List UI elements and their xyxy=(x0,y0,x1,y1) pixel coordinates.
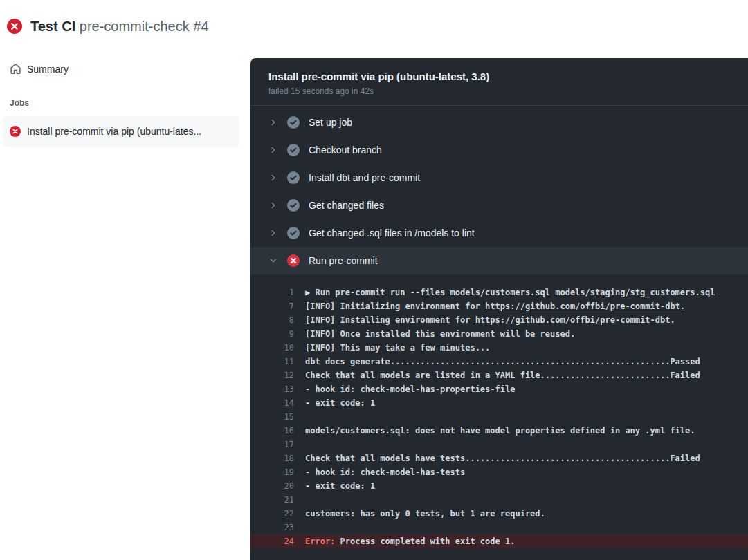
run-title: pre-commit-check #4 xyxy=(80,19,209,34)
log-line: 13 - hook id: check-model-has-properties… xyxy=(250,382,748,396)
run-header: Test CI pre-commit-check #4 xyxy=(0,0,250,52)
log-line-text: dbt docs generate.......................… xyxy=(294,355,748,368)
log-line: 19 - hook id: check-model-has-tests xyxy=(250,465,748,479)
log-line-text: [INFO] Installing environment for https:… xyxy=(294,313,748,327)
log-line-text: - exit code: 1 xyxy=(294,396,748,410)
log-line-number[interactable]: 14 xyxy=(250,396,294,410)
log-line-number[interactable]: 16 xyxy=(250,424,294,438)
step-label: Run pre-commit xyxy=(309,255,378,266)
log-line-text: - hook id: check-model-has-tests xyxy=(294,465,748,479)
log-line-text xyxy=(294,410,748,424)
log-line-number[interactable]: 20 xyxy=(250,479,294,493)
log-text-segment: Check that all models have tests........… xyxy=(305,454,700,463)
log-line: 8 [INFO] Installing environment for http… xyxy=(250,313,748,327)
log-line-text: [INFO] Once installed this environment w… xyxy=(294,327,748,341)
log-line-number[interactable]: 11 xyxy=(250,355,294,368)
log-text-segment: ▶ Run pre-commit run --files models/cust… xyxy=(305,288,715,297)
job-title: Install pre-commit via pip (ubuntu-lates… xyxy=(268,70,730,84)
step-row[interactable]: Get changed files xyxy=(250,192,748,219)
check-circle-icon xyxy=(287,116,300,129)
log-line-number[interactable]: 21 xyxy=(250,493,294,507)
log-line-text: ▶ Run pre-commit run --files models/cust… xyxy=(294,286,748,299)
log-text-segment: Process completed with exit code 1. xyxy=(340,536,516,546)
log-line-number[interactable]: 1 xyxy=(250,286,294,299)
log-text-segment: - exit code: 1 xyxy=(305,398,375,408)
check-circle-icon xyxy=(287,199,300,212)
log-line-text: Check that all models are listed in a YA… xyxy=(294,368,748,382)
log-line-text: - exit code: 1 xyxy=(294,479,748,493)
log-text-segment: - exit code: 1 xyxy=(305,481,375,491)
log-error-label: Error: xyxy=(305,536,340,546)
log-link[interactable]: https://github.com/offbi/pre-commit-dbt. xyxy=(475,315,675,325)
log-line: 10 [INFO] This may take a few minutes... xyxy=(250,341,748,355)
steps-list: Set up job Checkout branch xyxy=(250,106,748,274)
log-text-segment: dbt docs generate.......................… xyxy=(305,357,700,366)
log-line-text: models/customers.sql: does not have mode… xyxy=(294,424,748,438)
chevron-right-icon xyxy=(268,118,278,127)
log-text-segment: - hook id: check-model-has-tests xyxy=(305,467,465,477)
log-line-text: [INFO] This may take a few minutes... xyxy=(294,341,748,355)
log-line-text: [INFO] Initializing environment for http… xyxy=(294,299,748,313)
log-line-text xyxy=(294,438,748,451)
sidebar-item-summary[interactable]: Summary xyxy=(0,57,250,80)
log-line: 11 dbt docs generate....................… xyxy=(250,355,748,368)
log-line-text xyxy=(294,493,748,507)
log-line: 9 [INFO] Once installed this environment… xyxy=(250,327,748,341)
log-line: 1 ▶ Run pre-commit run --files models/cu… xyxy=(250,286,748,299)
log-line: 18 Check that all models have tests.....… xyxy=(250,451,748,465)
log-line-number[interactable]: 9 xyxy=(250,327,294,341)
log-line-text: - hook id: check-model-has-properties-fi… xyxy=(294,382,748,396)
log-line-text: Check that all models have tests........… xyxy=(294,451,748,465)
log-line-number[interactable]: 19 xyxy=(250,465,294,479)
log-text-segment: models/customers.sql: does not have mode… xyxy=(305,426,695,436)
log-line-text xyxy=(294,521,748,534)
log-text-segment: [INFO] Initializing environment for xyxy=(305,301,485,311)
log-lines: 1 ▶ Run pre-commit run --files models/cu… xyxy=(250,274,748,548)
step-row[interactable]: Run pre-commit xyxy=(250,247,748,274)
job-label: Install pre-commit via pip (ubuntu-lates… xyxy=(27,126,201,137)
job-log-panel: Install pre-commit via pip (ubuntu-lates… xyxy=(250,58,748,560)
log-text-segment: [INFO] This may take a few minutes... xyxy=(305,343,490,353)
step-row[interactable]: Get changed .sql files in /models to lin… xyxy=(250,219,748,247)
chevron-right-icon xyxy=(268,145,278,155)
step-row[interactable]: Install dbt and pre-commit xyxy=(250,164,748,192)
x-circle-icon xyxy=(10,126,21,137)
log-link[interactable]: https://github.com/offbi/pre-commit-dbt. xyxy=(485,301,685,311)
step-row[interactable]: Checkout branch xyxy=(250,136,748,164)
log-line-number[interactable]: 8 xyxy=(250,313,294,327)
log-line: 12 Check that all models are listed in a… xyxy=(250,368,748,382)
log-line-text: Error: Process completed with exit code … xyxy=(294,534,748,548)
chevron-right-icon xyxy=(268,228,278,238)
check-circle-icon xyxy=(287,144,300,156)
log-text-segment: - hook id: check-model-has-properties-fi… xyxy=(305,384,515,394)
log-text-segment: customers: has only 0 tests, but 1 are r… xyxy=(305,509,545,519)
log-line-number[interactable]: 10 xyxy=(250,341,294,355)
step-label: Get changed .sql files in /models to lin… xyxy=(309,227,475,239)
log-line-number[interactable]: 22 xyxy=(250,507,294,521)
job-status-summary: failed 15 seconds ago in 42s xyxy=(268,86,730,96)
log-line-number[interactable]: 23 xyxy=(250,521,294,534)
sidebar: Summary Jobs Install pre-commit via pip … xyxy=(0,52,250,560)
log-line-number[interactable]: 15 xyxy=(250,410,294,424)
log-line: 22 customers: has only 0 tests, but 1 ar… xyxy=(250,507,748,521)
page-title: Test CI pre-commit-check #4 xyxy=(30,18,208,35)
log-line-number[interactable]: 18 xyxy=(250,451,294,465)
log-line-number[interactable]: 17 xyxy=(250,438,294,451)
log-line-number[interactable]: 7 xyxy=(250,299,294,313)
log-line-number[interactable]: 24 xyxy=(250,534,294,548)
step-row[interactable]: Set up job xyxy=(250,109,748,136)
step-label: Set up job xyxy=(309,117,352,128)
log-line: 14 - exit code: 1 xyxy=(250,396,748,410)
sidebar-job-item[interactable]: Install pre-commit via pip (ubuntu-lates… xyxy=(3,116,239,147)
log-line: 21 xyxy=(250,493,748,507)
summary-label: Summary xyxy=(27,64,69,75)
log-line-number[interactable]: 13 xyxy=(250,382,294,396)
log-line-number[interactable]: 12 xyxy=(250,368,294,382)
log-line: 23 xyxy=(250,521,748,534)
log-line: 24 Error: Process completed with exit co… xyxy=(250,534,748,548)
log-line-text: customers: has only 0 tests, but 1 are r… xyxy=(294,507,748,521)
chevron-right-icon xyxy=(268,173,278,183)
log-line: 15 xyxy=(250,410,748,424)
workflow-name: Test CI xyxy=(30,19,75,34)
log-text-segment: [INFO] Installing environment for xyxy=(305,315,475,325)
